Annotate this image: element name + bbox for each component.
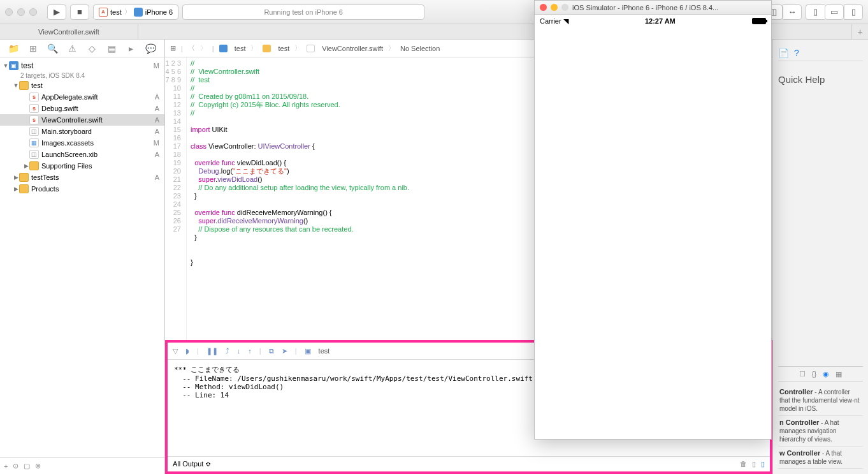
tree-item[interactable]: sDebug.swiftA [0,103,164,114]
breakpoints-icon[interactable]: ◗ [185,347,189,355]
tree-label: testTests [31,174,59,181]
project-icon [219,45,228,52]
toggle-navigator-button[interactable]: ▯ [806,4,825,20]
folder-icon [263,45,271,52]
tree-label: test [31,82,43,89]
project-name: test [21,63,33,70]
symbol-navigator-icon[interactable]: ⊞ [27,43,39,54]
variables-view-icon[interactable]: ▯ [752,460,756,468]
stop-button[interactable]: ■ [70,4,89,20]
tree-item[interactable]: ▶Supporting Files [0,160,164,172]
device-icon [134,8,143,17]
code-snippet-icon[interactable]: {} [812,370,816,378]
close-icon[interactable] [5,8,13,16]
project-navigator-icon[interactable]: 📁 [8,43,19,54]
library-item[interactable]: n Controller - A hat manages navigation … [778,416,863,447]
library-item[interactable]: w Controller - A that manages a table vi… [778,447,863,469]
test-navigator-icon[interactable]: ◇ [86,43,98,54]
filter-icon[interactable]: ⊜ [35,462,41,470]
folder-icon [19,184,29,193]
version-editor-button[interactable]: ↔ [783,4,802,20]
report-navigator-icon[interactable]: 💬 [145,43,157,54]
project-icon: ▣ [9,61,18,70]
tree-label: ViewController.swift [41,116,103,124]
output-filter[interactable]: All Output ≎ [173,460,211,468]
tree-item[interactable]: ▼test [0,80,164,91]
process-icon: ▣ [305,347,311,355]
folder-icon [19,173,29,182]
location-icon[interactable]: ➤ [282,347,287,355]
hide-debug-icon[interactable]: ▽ [173,347,178,355]
disclosure-icon[interactable]: ▶ [23,163,29,169]
breakpoint-navigator-icon[interactable]: ▸ [126,43,137,54]
scm-status: A [155,116,159,124]
tree-item[interactable]: ▶testTestsA [0,172,164,183]
tree-item[interactable]: ▦Images.xcassetsM [0,137,164,149]
tree-subtitle: 2 targets, iOS SDK 8.4 [0,71,164,80]
filter-recent-icon[interactable]: ⊙ [13,462,18,470]
battery-icon [752,18,766,24]
scheme-selector[interactable]: A test 〉 iPhone 6 [93,4,178,20]
library-panel: ☐ {} ◉ ▦ Controller - A controller that … [778,366,863,469]
minimize-icon[interactable] [17,8,25,16]
asset-icon: ▦ [29,138,39,147]
line-gutter: 1 2 3 4 5 6 7 8 9 10 11 12 13 14 15 16 1… [165,57,187,340]
disclosure-icon[interactable]: ▼ [13,82,19,89]
step-into-icon[interactable]: ↓ [237,347,241,355]
tree-item[interactable]: sAppDelegate.swiftA [0,91,164,103]
tree-item[interactable]: ◫Main.storyboardA [0,126,164,137]
debug-footer: All Output ≎ 🗑 ▯ ▯ [168,456,770,471]
add-tab-button[interactable]: + [851,24,868,39]
find-navigator-icon[interactable]: 🔍 [47,43,59,54]
file-inspector-icon[interactable]: 📄 [778,48,789,58]
sim-close-icon[interactable] [540,4,547,11]
disclosure-icon[interactable]: ▶ [13,186,19,192]
simulator-titlebar[interactable]: iOS Simulator - iPhone 6 - iPhone 6 / iO… [535,1,771,15]
tree-label: LaunchScreen.xib [41,151,98,158]
forward-button[interactable]: 〉 [200,43,207,53]
toggle-inspector-button[interactable]: ▯ [844,4,863,20]
step-over-icon[interactable]: ⤴ [226,347,229,355]
toggle-debug-button[interactable]: ▭ [825,4,844,20]
window-controls [5,8,37,16]
console-view-icon[interactable]: ▯ [761,460,765,468]
tree-label: Supporting Files [41,162,92,170]
tree-item[interactable]: ▶Products [0,183,164,195]
back-button[interactable]: 〈 [188,43,195,53]
tab-viewcontroller[interactable]: ViewController.swift [0,24,138,39]
file-template-icon[interactable]: ☐ [799,370,806,378]
issue-navigator-icon[interactable]: ⚠ [67,43,78,54]
debug-navigator-icon[interactable]: ▤ [106,43,117,54]
filter-scm-icon[interactable]: ▢ [24,462,30,470]
tree-item[interactable]: sViewController.swiftA [0,114,164,126]
library-item[interactable]: Controller - A controller that the funda… [778,385,863,416]
project-tree: ▼ ▣ test M 2 targets, iOS SDK 8.4 ▼tests… [0,57,164,457]
tree-label: Images.xcassets [41,139,94,147]
quick-help-icon[interactable]: ? [794,48,799,58]
related-items-icon[interactable]: ⊞ [170,44,176,52]
step-out-icon[interactable]: ↑ [248,347,252,355]
simulator-status-bar: Carrier ◥ 12:27 AM [535,15,771,27]
tree-item[interactable]: ◫LaunchScreen.xibA [0,149,164,160]
sim-zoom-icon[interactable] [561,4,568,11]
simulator-screen[interactable] [535,27,771,439]
ios-simulator-window[interactable]: iOS Simulator - iPhone 6 - iPhone 6 / iO… [534,0,772,440]
scm-status: M [154,139,159,147]
run-button[interactable]: ▶ [47,4,66,20]
sim-minimize-icon[interactable] [551,4,558,11]
disclosure-icon[interactable]: ▶ [13,174,19,181]
trash-icon[interactable]: 🗑 [740,460,747,468]
zoom-icon[interactable] [29,8,37,16]
debug-target[interactable]: test [319,347,330,355]
navigator-selector: 📁 ⊞ 🔍 ⚠ ◇ ▤ ▸ 💬 [0,40,164,57]
tree-project-root[interactable]: ▼ ▣ test M [0,60,164,71]
view-debug-icon[interactable]: ⧉ [269,347,274,355]
add-icon[interactable]: + [4,463,8,470]
pause-icon[interactable]: ❚❚ [206,347,218,355]
object-library-icon[interactable]: ◉ [823,370,829,378]
story-icon: ◫ [29,127,39,136]
disclosure-icon[interactable]: ▼ [3,63,9,69]
scm-status: A [155,151,159,158]
tree-label: AppDelegate.swift [41,93,98,101]
media-library-icon[interactable]: ▦ [835,370,842,378]
